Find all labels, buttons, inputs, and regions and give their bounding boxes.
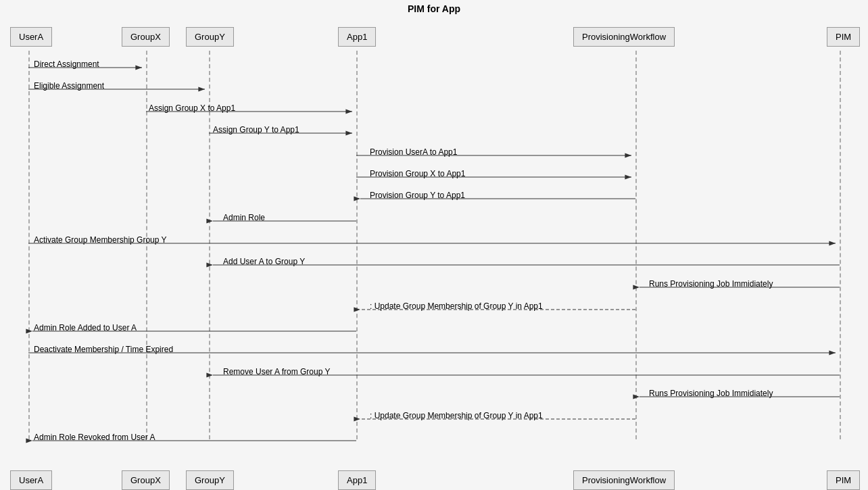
msg-deactivate: Deactivate Membership / Time Expired bbox=[34, 345, 173, 354]
actor-bot-groupX: GroupX bbox=[122, 470, 170, 490]
actor-bot-app1: App1 bbox=[338, 470, 376, 490]
msg-runs-prov-1: Runs Provisioning Job Immidiately bbox=[649, 279, 773, 289]
msg-assign-groupx: Assign Group X to App1 bbox=[149, 103, 235, 113]
msg-provision-groupx: Provision Group X to App1 bbox=[370, 169, 465, 178]
lifeline-provWF bbox=[635, 51, 637, 439]
msg-remove-user: Remove User A from Group Y bbox=[223, 367, 331, 376]
actor-top-pim: PIM bbox=[827, 27, 860, 47]
msg-add-user: Add User A to Group Y bbox=[223, 257, 305, 266]
lifeline-pim bbox=[840, 51, 841, 439]
msg-provision-usera: Provision UserA to App1 bbox=[370, 147, 457, 157]
actor-bot-groupY: GroupY bbox=[186, 470, 234, 490]
actor-bot-provWF: ProvisioningWorkflow bbox=[573, 470, 675, 490]
actor-top-provWF: ProvisioningWorkflow bbox=[573, 27, 675, 47]
msg-assign-groupy: Assign Group Y to App1 bbox=[213, 125, 299, 134]
msg-admin-revoked: Admin Role Revoked from User A bbox=[34, 433, 155, 442]
msg-admin-added: Admin Role Added to User A bbox=[34, 323, 137, 333]
msg-admin-role: Admin Role bbox=[223, 213, 265, 222]
msg-eligible-assignment: Eligible Assignment bbox=[34, 81, 104, 91]
msg-update-group-1: : Update Group Membership of Group Y in … bbox=[370, 301, 543, 311]
lifeline-groupX bbox=[146, 51, 147, 439]
msg-activate-group: Activate Group Membership Group Y bbox=[34, 235, 167, 245]
msg-direct-assignment: Direct Assignment bbox=[34, 59, 99, 69]
actor-top-groupY: GroupY bbox=[186, 27, 234, 47]
actor-top-groupX: GroupX bbox=[122, 27, 170, 47]
actor-top-userA: UserA bbox=[10, 27, 52, 47]
msg-provision-groupy: Provision Group Y to App1 bbox=[370, 191, 465, 200]
msg-update-group-2: : Update Group Membership of Group Y in … bbox=[370, 411, 543, 420]
actor-top-app1: App1 bbox=[338, 27, 376, 47]
lifeline-userA bbox=[28, 51, 30, 439]
sequence-diagram: PIM for App bbox=[0, 0, 868, 490]
msg-runs-prov-2: Runs Provisioning Job Immidiately bbox=[649, 389, 773, 398]
actor-bot-pim: PIM bbox=[827, 470, 860, 490]
actor-bot-userA: UserA bbox=[10, 470, 52, 490]
lifeline-app1 bbox=[356, 51, 358, 439]
diagram-title: PIM for App bbox=[0, 3, 868, 14]
